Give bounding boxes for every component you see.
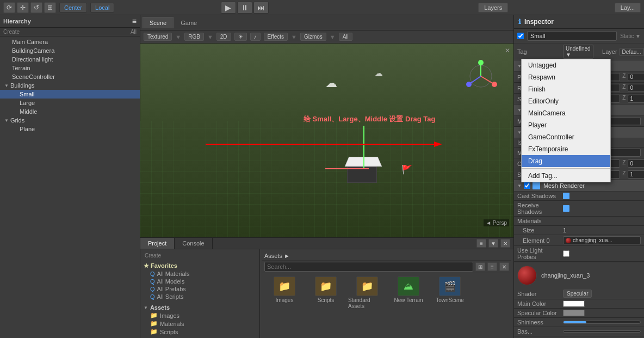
step-button[interactable]: ⏭ — [253, 2, 269, 14]
bottom-icon-1[interactable]: ≡ — [476, 239, 486, 248]
dropdown-divider — [522, 168, 610, 169]
hierarchy-group-grids[interactable]: ▼ Grids — [0, 116, 140, 125]
assets-item-scripts[interactable]: 📁 Scripts — [143, 328, 257, 336]
tag-dropdown[interactable]: Undefined ▼ — [563, 45, 593, 59]
dropdown-item-fxtemporaire[interactable]: FxTemporaire — [522, 143, 610, 155]
hierarchy-item-large[interactable]: Large — [0, 99, 140, 107]
assets-search-btn-1[interactable]: ⊞ — [475, 262, 485, 271]
toolbar-icon-3[interactable]: ↺ — [30, 2, 42, 13]
size-z-input[interactable] — [628, 170, 644, 179]
object-active-checkbox[interactable] — [517, 33, 524, 39]
scene-view[interactable]: ☁ ☁ 给 Small、Large、Middle 设置 Drag Tag 🚩 ◄… — [140, 44, 513, 237]
dropdown-item-player[interactable]: Player — [522, 119, 610, 131]
specular-color-row: Specular Color — [514, 309, 644, 318]
dropdown-item-drag[interactable]: Drag — [522, 155, 610, 167]
scene-close-icon[interactable]: ✕ — [505, 47, 510, 54]
layer-dropdown[interactable]: Defau... — [620, 48, 644, 56]
hierarchy-item-plane[interactable]: Plane — [0, 125, 140, 133]
local-button[interactable]: Local — [90, 3, 114, 13]
mat-size-row: Size 1 — [514, 226, 644, 235]
assets-item-materials[interactable]: 📁 Materials — [143, 319, 257, 328]
rot-z-input[interactable] — [628, 84, 644, 92]
scale-z-input[interactable] — [628, 95, 644, 103]
material-preview-sphere — [517, 266, 537, 285]
scene-tabs: Scene Game — [140, 15, 513, 30]
tab-game[interactable]: Game — [174, 17, 204, 28]
fav-all-models[interactable]: Q All Models — [143, 278, 257, 285]
layout-button[interactable]: Lay... — [615, 3, 641, 13]
hierarchy-item-directional-light[interactable]: Directional light — [0, 55, 140, 64]
center-button[interactable]: Center — [59, 3, 87, 13]
assets-search-btn-3[interactable]: ✕ — [499, 262, 509, 271]
2d-button[interactable]: 2D — [216, 33, 231, 41]
hierarchy-item-main-camera[interactable]: Main Camera — [0, 38, 140, 46]
dropdown-item-editoronly[interactable]: EditorOnly — [522, 95, 610, 107]
effects-button[interactable]: Effects — [264, 33, 288, 41]
fav-all-scripts[interactable]: Q All Scripts — [143, 293, 257, 300]
tag-label: Tag — [517, 48, 561, 55]
q-icon-1: Q — [150, 271, 155, 277]
play-button[interactable]: ▶ — [221, 2, 236, 14]
hierarchy-item-small[interactable]: Small — [0, 90, 140, 99]
shader-value[interactable]: Specular — [563, 290, 592, 298]
all-button[interactable]: All — [339, 33, 352, 41]
object-name-input[interactable] — [527, 31, 617, 41]
element0-field[interactable]: changjing_xua... — [563, 236, 641, 244]
base-field[interactable] — [563, 330, 641, 333]
use-light-probes-checkbox[interactable] — [563, 250, 569, 257]
center-z-input[interactable] — [628, 159, 644, 168]
layers-button[interactable]: Layers — [478, 3, 508, 13]
bottom-icon-2[interactable]: ▼ — [488, 239, 498, 248]
hierarchy-list: Main Camera BuildingCamera Directional l… — [0, 36, 140, 338]
fav-all-materials[interactable]: Q All Materials — [143, 270, 257, 278]
fav-all-prefabs[interactable]: Q All Prefabs — [143, 285, 257, 293]
hierarchy-item-building-camera[interactable]: BuildingCamera — [0, 46, 140, 55]
favorites-header: ★ Favorites — [143, 262, 257, 270]
dropdown-item-finish[interactable]: Finish — [522, 83, 610, 95]
toolbar-icon-4[interactable]: ⊞ — [44, 2, 56, 13]
hierarchy-item-terrain[interactable]: Terrain — [0, 64, 140, 72]
toolbar-icon-2[interactable]: ✛ — [17, 2, 29, 13]
sun-button[interactable]: ☀ — [234, 33, 247, 41]
dropdown-item-maincamera[interactable]: MainCamera — [522, 107, 610, 119]
rgb-button[interactable]: RGB — [184, 33, 204, 41]
pause-button[interactable]: ⏸ — [237, 2, 252, 14]
hierarchy-item-scene-controller[interactable]: SceneController — [0, 72, 140, 81]
gizmos-button[interactable]: Gizmos — [300, 33, 326, 41]
pos-z-input[interactable] — [628, 73, 644, 81]
mesh-renderer-checkbox[interactable] — [524, 182, 530, 189]
s-z-label: Z — [622, 170, 626, 179]
specular-color-swatch[interactable] — [563, 310, 585, 316]
tab-scene[interactable]: Scene — [143, 17, 174, 28]
dropdown-item-add-tag[interactable]: Add Tag... — [522, 170, 610, 182]
textured-button[interactable]: Textured — [144, 33, 172, 41]
cast-shadows-check[interactable] — [563, 193, 569, 199]
main-color-swatch[interactable] — [563, 300, 585, 307]
toolbar-icon-1[interactable]: ⟳ — [3, 2, 15, 13]
asset-scripts[interactable]: 📁 Scripts — [307, 276, 345, 309]
gizmo-x-arrow — [325, 168, 369, 169]
asset-town-scene[interactable]: 🎬 TownScene — [431, 276, 469, 309]
dropdown-item-respawn[interactable]: Respawn — [522, 71, 610, 83]
tag-dropdown-arrow: ▼ — [566, 52, 571, 58]
dropdown-item-untagged[interactable]: Untagged — [522, 59, 610, 71]
asset-images[interactable]: 📁 Images — [265, 276, 304, 309]
assets-search-input[interactable] — [264, 262, 473, 272]
dropdown-item-gamecontroller[interactable]: GameController — [522, 131, 610, 143]
asset-standard-assets[interactable]: 📁 Standard Assets — [348, 276, 386, 309]
hierarchy-collapse[interactable]: ≡ — [132, 17, 137, 26]
assets-item-images[interactable]: 📁 Images — [143, 311, 257, 319]
bottom-icon-3[interactable]: ✕ — [500, 239, 510, 248]
tab-console[interactable]: Console — [175, 238, 212, 249]
hierarchy-group-buildings[interactable]: ▼ Buildings — [0, 81, 140, 90]
tab-project[interactable]: Project — [140, 238, 175, 249]
scene-gizmo: Y X — [465, 60, 497, 93]
hierarchy-item-middle[interactable]: Middle — [0, 107, 140, 116]
asset-new-terrain[interactable]: ⛰ New Terrain — [389, 276, 428, 309]
mat-size-value: 1 — [563, 227, 566, 233]
assets-search-btn-2[interactable]: ≡ — [487, 262, 497, 271]
shininess-slider[interactable] — [563, 321, 641, 324]
receive-shadows-check[interactable] — [563, 205, 569, 212]
shininess-fill — [564, 321, 586, 323]
sound-button[interactable]: ♪ — [250, 33, 261, 41]
